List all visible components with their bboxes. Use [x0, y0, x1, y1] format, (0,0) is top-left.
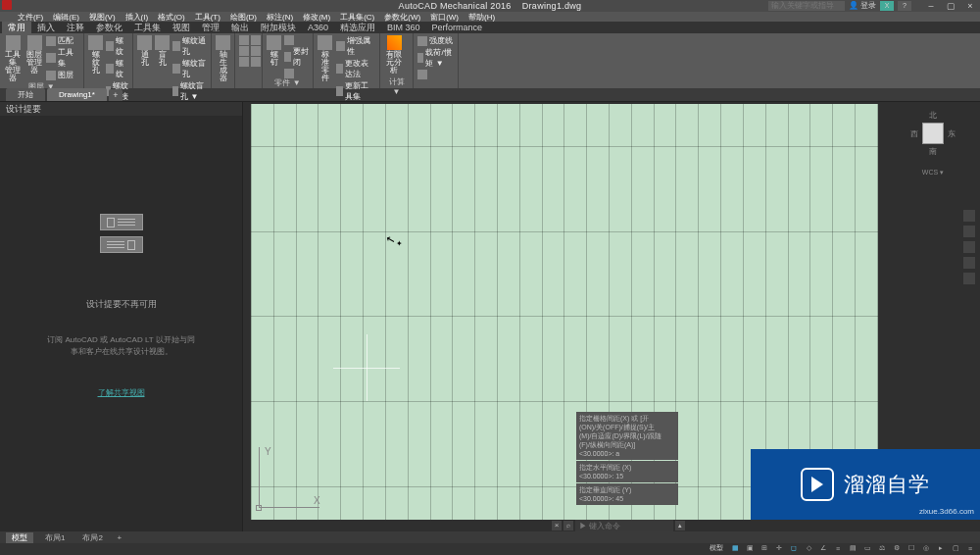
- ribbon-tab-bim360[interactable]: BIM 360: [381, 22, 426, 33]
- toolset-button[interactable]: 工具集: [46, 47, 79, 69]
- status-polar-button[interactable]: ✛: [773, 544, 785, 553]
- help-search-input[interactable]: [768, 1, 845, 11]
- mini-3-button[interactable]: [239, 57, 261, 67]
- viewcube-east[interactable]: 东: [948, 128, 956, 139]
- menu-file[interactable]: 文件(F): [14, 12, 47, 23]
- blind-hole-button[interactable]: 盲孔: [155, 35, 170, 67]
- cmdline-close-button[interactable]: ×: [552, 521, 562, 530]
- status-3dosnap-button[interactable]: ◇: [803, 544, 814, 553]
- ribbon-tab-home[interactable]: 常用: [2, 22, 31, 33]
- menu-window[interactable]: 窗口(W): [426, 12, 463, 23]
- viewcube-wcs-dropdown[interactable]: WCS ▾: [922, 169, 944, 177]
- start-tab[interactable]: 开始: [6, 88, 45, 101]
- panel-footer-calc[interactable]: 计算 ▼: [384, 77, 409, 87]
- nav-orbit-button[interactable]: [963, 257, 975, 269]
- change-expr-button[interactable]: 更改表达法: [336, 58, 375, 79]
- mini-1-button[interactable]: [239, 35, 261, 45]
- status-model-label[interactable]: 模型: [707, 543, 726, 553]
- status-workspace-button[interactable]: ⚙: [891, 544, 903, 553]
- through-hole-button[interactable]: 通孔: [137, 35, 152, 67]
- thread-blind-dropdown[interactable]: 螺纹盲孔 ▼: [172, 80, 207, 102]
- status-grid-button[interactable]: ▦: [729, 544, 741, 553]
- menu-toolset[interactable]: 工具集(C): [336, 12, 378, 23]
- menu-draw[interactable]: 绘图(D): [226, 12, 261, 23]
- maximize-button[interactable]: ▢: [941, 0, 960, 12]
- status-monitor-button[interactable]: ☐: [906, 544, 917, 553]
- layout2-tab[interactable]: 布局2: [76, 532, 108, 543]
- nav-zoom-button[interactable]: [963, 241, 975, 253]
- new-tab-button[interactable]: +: [109, 89, 122, 101]
- thread-blind-button[interactable]: 螺纹盲孔: [172, 58, 207, 79]
- status-snap-button[interactable]: ▣: [744, 544, 756, 553]
- menu-edit[interactable]: 编辑(E): [49, 12, 83, 23]
- status-customize-button[interactable]: ≡: [964, 544, 976, 553]
- viewcube-south[interactable]: 南: [929, 146, 937, 157]
- fea-button[interactable]: 有限元分析: [384, 35, 404, 75]
- app-logo-icon[interactable]: [2, 0, 12, 10]
- status-isolate-button[interactable]: ◎: [920, 544, 932, 553]
- menu-insert[interactable]: 插入(I): [122, 12, 153, 23]
- minimize-button[interactable]: –: [921, 0, 941, 12]
- status-clean-button[interactable]: ▢: [950, 544, 961, 553]
- menu-modify[interactable]: 修改(M): [299, 12, 334, 23]
- thread-hole-button[interactable]: 螺纹孔: [88, 35, 103, 75]
- ribbon-tab-annotate[interactable]: 注释: [61, 22, 90, 33]
- screw-button[interactable]: 螺钉: [267, 35, 281, 67]
- menu-format[interactable]: 格式(O): [154, 12, 189, 23]
- shaft-generator-button[interactable]: 轴生成器: [216, 35, 230, 82]
- load-inertia-button[interactable]: 载荷/惯矩 ▼: [417, 47, 454, 69]
- status-selection-button[interactable]: ▭: [861, 544, 873, 553]
- ribbon-tab-view[interactable]: 视图: [167, 22, 196, 33]
- status-transparency-button[interactable]: ▤: [847, 544, 858, 553]
- parts-small-3[interactable]: [284, 69, 309, 78]
- mini-2-button[interactable]: [239, 46, 261, 56]
- status-ortho-button[interactable]: ⊞: [759, 544, 770, 553]
- strength-line-button[interactable]: 强度线: [417, 35, 454, 46]
- menu-view[interactable]: 视图(V): [85, 12, 120, 23]
- viewcube[interactable]: 北 西 东 南 WCS ▾: [906, 110, 960, 188]
- login-link[interactable]: 👤 登录: [849, 0, 876, 11]
- cmdline-search-icon[interactable]: ⌕: [564, 521, 573, 530]
- ribbon-tab-parametric[interactable]: 参数化: [90, 22, 128, 33]
- model-tab[interactable]: 模型: [6, 532, 33, 543]
- enhance-attr-button[interactable]: 增强属性: [336, 35, 375, 57]
- ribbon-tab-manage[interactable]: 管理: [196, 22, 225, 33]
- viewcube-face[interactable]: [922, 123, 944, 144]
- parts-small-1[interactable]: [284, 35, 309, 45]
- ucs-icon[interactable]: Y X: [251, 445, 319, 514]
- viewcube-west[interactable]: 西: [910, 128, 918, 139]
- toolset-manager-button[interactable]: 工具集管理器: [4, 35, 23, 82]
- ribbon-tab-toolset[interactable]: 工具集: [128, 22, 167, 33]
- exchange-icon[interactable]: X: [880, 1, 894, 11]
- menu-parametric[interactable]: 参数化(W): [380, 12, 424, 23]
- ribbon-tab-insert[interactable]: 插入: [31, 22, 61, 33]
- parts-small-2[interactable]: 要封闭: [284, 46, 309, 68]
- load-small-3[interactable]: [417, 70, 454, 79]
- status-otrack-button[interactable]: ∠: [817, 544, 829, 553]
- ribbon-tab-a360[interactable]: A360: [302, 22, 334, 33]
- match-button[interactable]: 匹配: [46, 35, 79, 46]
- ribbon-tab-addins[interactable]: 附加模块: [255, 22, 302, 33]
- ribbon-tab-featured[interactable]: 精选应用: [334, 22, 381, 33]
- layer-manager-button[interactable]: 图层管理器: [25, 35, 44, 75]
- thread-2-button[interactable]: 螺纹: [106, 58, 128, 79]
- ribbon-tab-output[interactable]: 输出: [225, 22, 255, 33]
- close-button[interactable]: ×: [960, 0, 980, 12]
- drawing-tab[interactable]: Drawing1*: [47, 88, 107, 101]
- learn-shared-views-link[interactable]: 了解共享视图: [98, 387, 145, 398]
- command-input[interactable]: [575, 520, 673, 531]
- menu-dimension[interactable]: 标注(N): [263, 12, 297, 23]
- layout1-tab[interactable]: 布局1: [39, 532, 71, 543]
- status-hardware-button[interactable]: ▸: [935, 544, 947, 553]
- nav-pan-button[interactable]: [963, 226, 975, 237]
- nav-showmotion-button[interactable]: [963, 273, 975, 284]
- panel-footer-parts[interactable]: 零件 ▼: [267, 78, 309, 88]
- status-annoscale-button[interactable]: ⚖: [876, 544, 888, 553]
- menu-help[interactable]: 帮助(H): [465, 12, 499, 23]
- cmdline-expand-button[interactable]: ▴: [675, 521, 685, 530]
- thread-1-button[interactable]: 螺纹: [106, 35, 128, 57]
- menu-tools[interactable]: 工具(T): [191, 12, 224, 23]
- layer-button[interactable]: 图层: [46, 70, 79, 80]
- add-layout-button[interactable]: +: [115, 533, 124, 542]
- standard-parts-button[interactable]: 标准零件: [318, 35, 333, 82]
